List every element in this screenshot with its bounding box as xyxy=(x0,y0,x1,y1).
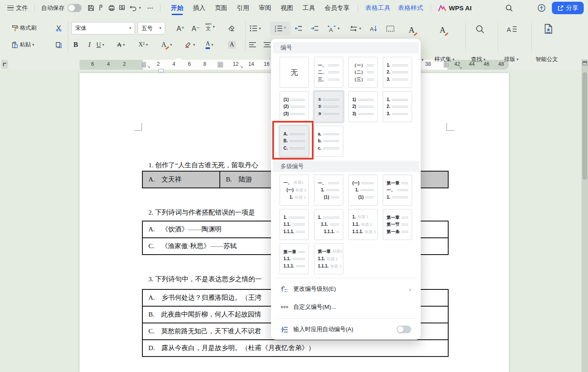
numbering-style-tile[interactable]: 无 xyxy=(280,57,309,88)
char-scale-caret[interactable]: ▾ xyxy=(338,27,340,31)
ribbon-tab-4[interactable]: 引用 xyxy=(232,0,254,16)
sort-button[interactable]: A xyxy=(370,22,378,35)
grow-font-button[interactable]: A⁺ xyxy=(174,22,187,35)
italic-button[interactable]: I xyxy=(84,38,95,51)
change-numbering-level-item[interactable]: 更改编号级别(E) › xyxy=(274,280,418,298)
autosave-toggle[interactable] xyxy=(68,4,82,12)
ribbon-tab-8[interactable]: 会员专享 xyxy=(320,0,354,16)
multilevel-style-tile[interactable]: 第一章一、1. xyxy=(383,175,412,206)
clear-format-button[interactable] xyxy=(228,22,236,35)
font-group-expand-icon[interactable]: ↘ xyxy=(240,64,243,69)
print-button[interactable] xyxy=(107,4,116,12)
shrink-font-button[interactable]: A⁻ xyxy=(189,22,202,35)
tab-stop-selector[interactable] xyxy=(1,60,8,69)
multilevel-style-tile[interactable]: 1.1.1.1.1.1. xyxy=(314,209,343,240)
share-button[interactable]: 分享 xyxy=(552,2,584,14)
numbering-caret[interactable]: ^ xyxy=(284,26,286,31)
left-indent-marker[interactable] xyxy=(158,69,164,72)
font-size-select[interactable]: 五号 ▾ xyxy=(138,22,165,34)
main-menu-button[interactable]: 文件 xyxy=(4,3,31,14)
paste-dropdown-caret[interactable]: ▾ xyxy=(32,43,34,47)
undo-dropdown-caret[interactable]: ▾ xyxy=(139,6,141,10)
ribbon-tab-6[interactable]: 视图 xyxy=(276,0,298,16)
style-group-expand-icon[interactable]: ↘ xyxy=(459,65,462,70)
font-color-caret[interactable]: ▾ xyxy=(211,43,213,47)
text-effects-caret[interactable]: ▾ xyxy=(170,43,172,47)
numbering-style-tile[interactable]: （一）（二）（三） xyxy=(348,57,378,88)
vertical-scrollbar[interactable] xyxy=(582,59,588,372)
wrap-button[interactable]: ▾ xyxy=(349,22,361,35)
more-commands-button[interactable]: ··· xyxy=(145,3,157,14)
left-margin-handle[interactable] xyxy=(140,61,146,68)
numbering-button[interactable]: 1 2 3 ^ xyxy=(270,22,291,35)
align-center-button[interactable] xyxy=(263,38,271,51)
ribbon-tab-5[interactable]: 审阅 xyxy=(254,0,276,16)
multilevel-style-tile[interactable]: 一、1.(1) xyxy=(314,175,343,206)
pinyin-guide-button[interactable]: wén 文 ▾ xyxy=(205,20,215,33)
numbering-style-tile[interactable]: 一、二、三、 xyxy=(314,57,343,88)
numbering-style-tile[interactable]: a.b.c. xyxy=(314,126,343,157)
context-tab-2[interactable]: 表格样式 xyxy=(394,4,427,12)
align-left-button[interactable] xyxy=(249,38,256,51)
auto-numbering-item[interactable]: 输入时应用自动编号(A) xyxy=(274,321,418,338)
multilevel-style-tile[interactable]: 第一章1.1.1.1.1. xyxy=(280,243,309,274)
typeset-icon-button[interactable]: A xyxy=(507,23,517,36)
superscript-caret[interactable]: ▾ xyxy=(146,43,148,47)
format-painter-button[interactable]: 格式刷 xyxy=(11,22,37,34)
ruler-toggle-icon[interactable] xyxy=(582,61,587,65)
text-effects-button[interactable]: A ▾ xyxy=(161,38,172,51)
auto-numbering-toggle[interactable] xyxy=(397,326,411,333)
borders-button[interactable] xyxy=(386,22,394,35)
numbering-style-tile[interactable]: 1)2)3) xyxy=(348,91,378,122)
char-scale-button[interactable]: A ▾ xyxy=(327,22,340,35)
multilevel-style-tile[interactable]: 第一章第一节第一条 xyxy=(383,209,412,240)
context-tab-1[interactable]: 表格工具 xyxy=(362,4,394,12)
strikethrough-button[interactable]: A ▾ xyxy=(117,38,125,51)
save-button[interactable] xyxy=(86,4,95,12)
highlight-button[interactable]: ▾ xyxy=(184,38,195,51)
ribbon-tab-7[interactable]: 工具 xyxy=(298,0,320,16)
underline-button[interactable]: U ▾ xyxy=(96,38,104,51)
ribbon-tab-3[interactable]: 页面 xyxy=(210,0,232,16)
scrollbar-thumb[interactable] xyxy=(582,72,587,180)
underline-caret[interactable]: ▾ xyxy=(102,43,105,47)
numbering-style-tile[interactable]: ①②③ xyxy=(314,91,343,122)
pinyin-caret[interactable]: ▾ xyxy=(213,25,215,29)
autosave-control[interactable]: 自动保存 xyxy=(38,3,85,14)
cut-button[interactable] xyxy=(55,22,62,34)
font-color-button[interactable]: A ▾ xyxy=(206,38,213,51)
search-button[interactable] xyxy=(505,4,513,12)
char-shading-button[interactable]: A xyxy=(228,38,236,51)
multilevel-style-tile[interactable]: 一、标题1(一)标题 21.标题 3 xyxy=(280,175,309,206)
strikethrough-caret[interactable]: ▾ xyxy=(123,43,125,47)
wps-ai-button[interactable]: WPS AI xyxy=(434,4,475,12)
ribbon-tab-1[interactable]: 开始 xyxy=(166,0,188,16)
bold-button[interactable]: B xyxy=(70,38,82,51)
copy-button[interactable] xyxy=(55,38,62,51)
wrap-caret[interactable]: ▾ xyxy=(359,27,361,31)
bullets-button[interactable]: ▾ xyxy=(249,22,261,35)
ribbon-tab-2[interactable]: 插入 xyxy=(188,0,210,16)
typeset-button[interactable]: 排版 ▾ xyxy=(504,55,519,63)
multilevel-style-tile[interactable]: (一)1.(1) xyxy=(348,175,378,206)
clipboard-group-expand-icon[interactable]: ↘ xyxy=(147,64,150,69)
numbering-style-tile[interactable]: 1.2.3. xyxy=(383,91,412,122)
multilevel-style-tile[interactable]: 第一章标题11.1.标题 21.1.1.标题 3 xyxy=(314,243,343,274)
find-button[interactable]: 查找 ▾ xyxy=(471,55,486,63)
multilevel-style-tile[interactable]: 1.1.1.1.1.1. xyxy=(280,209,309,240)
numbering-style-tile[interactable]: (1)(2)(3) xyxy=(280,91,309,122)
export-button[interactable] xyxy=(97,4,105,12)
upload-cloud-button[interactable] xyxy=(537,4,546,12)
style-set-button[interactable]: 样式集 ▾ xyxy=(434,55,455,63)
mid-margin-handle[interactable] xyxy=(217,61,223,68)
superscript-button[interactable]: X² ▾ xyxy=(139,38,148,51)
custom-numbering-item[interactable]: 自定义编号(M)... xyxy=(274,298,418,316)
paste-button[interactable]: 粘贴 ▾ xyxy=(11,38,34,51)
multilevel-style-tile[interactable]: 1.标题 11.1.标题 21.1.1.标题 3 xyxy=(348,209,378,240)
numbering-style-tile[interactable]: 1.2.3. xyxy=(383,57,412,88)
bullets-caret[interactable]: ▾ xyxy=(259,27,261,31)
print-preview-button[interactable] xyxy=(117,4,126,12)
new-style-caret[interactable]: ▾ xyxy=(422,58,424,62)
find-icon-button[interactable] xyxy=(475,23,485,36)
decrease-indent-button[interactable] xyxy=(294,22,302,35)
